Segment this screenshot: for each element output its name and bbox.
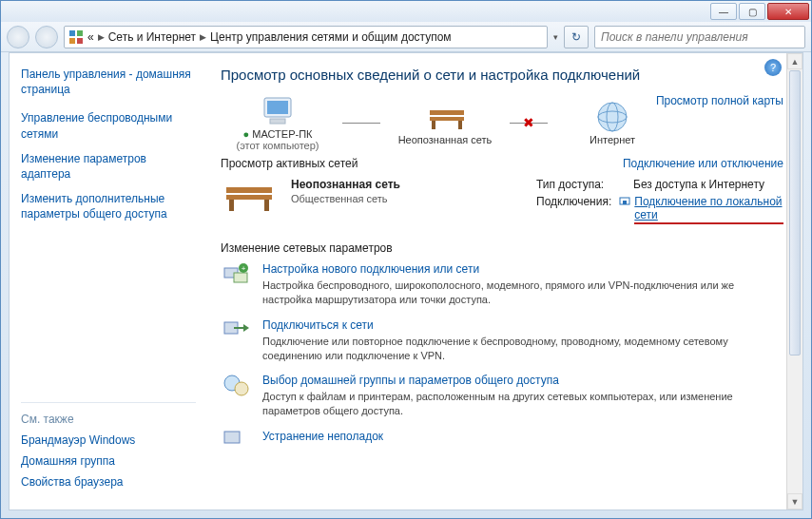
svg-rect-28 bbox=[224, 432, 240, 443]
body: Панель управления - домашняя страница Уп… bbox=[9, 52, 803, 510]
see-also-header: См. также bbox=[21, 402, 196, 426]
setting-title[interactable]: Устранение неполадок bbox=[262, 430, 383, 443]
nav-toolbar: « ▶ Сеть и Интернет ▶ Центр управления с… bbox=[1, 22, 811, 52]
control-panel-icon bbox=[68, 29, 84, 45]
computer-icon bbox=[259, 94, 297, 128]
content-pane: ? Просмотр основных сведений о сети и на… bbox=[207, 53, 802, 509]
setting-new-connection: + Настройка нового подключения или сети … bbox=[221, 262, 783, 307]
bench-icon bbox=[426, 100, 464, 134]
svg-rect-21 bbox=[234, 273, 247, 282]
bench-icon bbox=[221, 178, 278, 214]
svg-rect-2 bbox=[69, 38, 75, 44]
back-button[interactable] bbox=[7, 26, 29, 48]
vertical-scrollbar[interactable]: ▲ ▼ bbox=[786, 53, 802, 509]
homegroup-link[interactable]: Домашняя группа bbox=[21, 454, 196, 468]
scroll-up-icon[interactable]: ▲ bbox=[787, 53, 802, 69]
svg-rect-5 bbox=[267, 101, 288, 114]
maximize-button[interactable]: ▢ bbox=[739, 3, 765, 20]
minimize-button[interactable]: — bbox=[710, 3, 737, 20]
section-label: Просмотр активных сетей bbox=[221, 157, 358, 170]
svg-rect-3 bbox=[77, 38, 83, 44]
svg-marker-25 bbox=[243, 324, 249, 332]
setting-connect-network: Подключиться к сети Подключение или повт… bbox=[221, 318, 783, 363]
connect-network-icon bbox=[221, 318, 251, 345]
svg-rect-8 bbox=[430, 117, 464, 121]
setting-title[interactable]: Подключиться к сети bbox=[262, 318, 757, 332]
control-panel-home-link[interactable]: Панель управления - домашняя страница bbox=[21, 67, 196, 97]
page-title: Просмотр основных сведений о сети и наст… bbox=[221, 67, 783, 83]
ethernet-icon bbox=[619, 195, 630, 224]
svg-rect-0 bbox=[69, 30, 75, 36]
svg-rect-10 bbox=[458, 121, 462, 129]
breadcrumb-back[interactable]: « bbox=[87, 30, 94, 44]
node-label: МАСТЕР-ПК bbox=[252, 128, 312, 140]
scroll-down-icon[interactable]: ▼ bbox=[787, 493, 802, 509]
network-type: Общественная сеть bbox=[291, 193, 523, 204]
unknown-network-node: Неопознанная сеть bbox=[388, 100, 502, 145]
lan-connection-link[interactable]: Подключение по локальной сети bbox=[634, 195, 783, 224]
svg-text:+: + bbox=[242, 264, 246, 273]
setting-troubleshoot: Устранение неполадок bbox=[221, 430, 783, 456]
this-pc-node: ● МАСТЕР-ПК (этот компьютер) bbox=[221, 94, 335, 151]
refresh-button[interactable]: ↻ bbox=[564, 26, 589, 48]
chevron-right-icon: ▶ bbox=[94, 32, 108, 42]
setting-desc: Подключение или повторное подключение к … bbox=[262, 335, 757, 363]
globe-icon bbox=[593, 100, 631, 134]
node-label: Интернет bbox=[590, 134, 635, 145]
manage-wireless-link[interactable]: Управление беспроводными сетями bbox=[21, 110, 196, 141]
setting-title[interactable]: Выбор домашней группы и параметров общег… bbox=[262, 374, 757, 387]
network-name: Неопознанная сеть bbox=[291, 178, 523, 191]
active-networks-header: Просмотр активных сетей Подключение или … bbox=[221, 157, 783, 170]
address-bar[interactable]: « ▶ Сеть и Интернет ▶ Центр управления с… bbox=[64, 26, 548, 48]
svg-rect-19 bbox=[623, 201, 627, 204]
svg-rect-9 bbox=[432, 121, 435, 129]
node-label: Неопознанная сеть bbox=[398, 134, 493, 145]
access-type-value: Без доступа к Интернету bbox=[633, 178, 764, 191]
svg-rect-7 bbox=[430, 110, 464, 115]
svg-rect-16 bbox=[229, 200, 234, 211]
svg-rect-17 bbox=[264, 200, 269, 211]
node-sublabel: (этот компьютер) bbox=[236, 140, 319, 151]
setting-desc: Настройка беспроводного, широкополосного… bbox=[262, 279, 757, 307]
access-type-label: Тип доступа: bbox=[536, 178, 633, 191]
active-network-block: Неопознанная сеть Общественная сеть Тип … bbox=[221, 178, 783, 228]
setting-desc: Доступ к файлам и принтерам, расположенн… bbox=[262, 390, 757, 418]
setting-title[interactable]: Настройка нового подключения или сети bbox=[262, 262, 757, 276]
forward-button[interactable] bbox=[35, 26, 58, 48]
advanced-sharing-link[interactable]: Изменить дополнительные параметры общего… bbox=[21, 191, 196, 221]
network-map: ● МАСТЕР-ПК (этот компьютер) Неопознанна… bbox=[221, 94, 783, 151]
scroll-thumb[interactable] bbox=[789, 70, 801, 356]
new-connection-icon: + bbox=[221, 262, 251, 289]
setting-homegroup: Выбор домашней группы и параметров общег… bbox=[221, 374, 783, 418]
svg-point-27 bbox=[235, 382, 248, 395]
window-frame: — ▢ ✕ « ▶ Сеть и Интернет ▶ Центр управл… bbox=[0, 0, 812, 519]
troubleshoot-icon bbox=[221, 430, 251, 456]
titlebar: — ▢ ✕ bbox=[1, 1, 811, 22]
connect-disconnect-link[interactable]: Подключение или отключение bbox=[623, 157, 783, 170]
full-map-link[interactable]: Просмотр полной карты bbox=[656, 94, 783, 107]
change-settings-header: Изменение сетевых параметров bbox=[221, 241, 783, 255]
breadcrumb-sharing-center[interactable]: Центр управления сетями и общим доступом bbox=[210, 30, 452, 44]
svg-rect-15 bbox=[226, 195, 272, 200]
homegroup-icon bbox=[221, 374, 251, 400]
close-button[interactable]: ✕ bbox=[767, 3, 809, 20]
adapter-settings-link[interactable]: Изменение параметров адаптера bbox=[21, 151, 196, 182]
broken-connection-icon bbox=[510, 123, 548, 124]
firewall-link[interactable]: Брандмауэр Windows bbox=[21, 433, 196, 447]
address-dropdown-icon[interactable]: ▾ bbox=[553, 32, 558, 42]
chevron-right-icon: ▶ bbox=[196, 32, 210, 42]
svg-point-11 bbox=[598, 103, 627, 131]
globe-badge-icon: ● bbox=[243, 128, 250, 140]
help-icon[interactable]: ? bbox=[764, 59, 782, 76]
search-input[interactable] bbox=[594, 26, 805, 48]
svg-rect-6 bbox=[270, 119, 285, 124]
svg-rect-1 bbox=[77, 30, 83, 36]
internet-node: Интернет bbox=[555, 100, 669, 145]
internet-options-link[interactable]: Свойства браузера bbox=[21, 475, 196, 489]
sidebar: Панель управления - домашняя страница Уп… bbox=[10, 53, 207, 509]
connections-label: Подключения: bbox=[536, 195, 619, 224]
svg-rect-14 bbox=[226, 187, 272, 193]
breadcrumb-network[interactable]: Сеть и Интернет bbox=[108, 30, 196, 44]
connection-line-icon bbox=[342, 123, 380, 124]
